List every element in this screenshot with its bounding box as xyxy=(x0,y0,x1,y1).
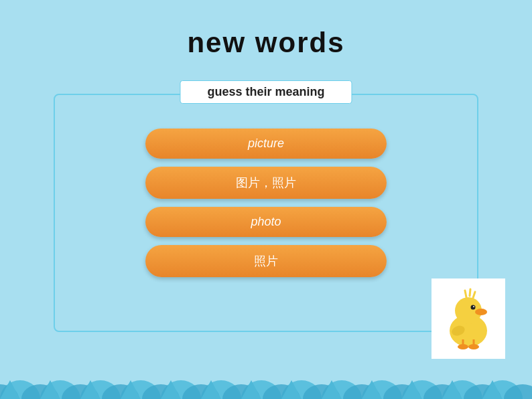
svg-point-46 xyxy=(458,344,468,349)
word-button-photo[interactable]: photo xyxy=(145,207,387,237)
svg-point-47 xyxy=(468,344,479,349)
word-button-photo-zh[interactable]: 照片 xyxy=(145,245,387,277)
guess-label: guess their meaning xyxy=(180,80,352,104)
duck-mascot xyxy=(431,278,505,359)
svg-point-42 xyxy=(475,309,487,315)
svg-point-43 xyxy=(471,305,476,310)
svg-line-52 xyxy=(473,292,475,298)
word-button-picture[interactable]: picture xyxy=(145,129,387,159)
svg-point-44 xyxy=(473,306,474,307)
card-container: guess their meaning picture 图片，照片 photo … xyxy=(54,94,478,332)
page-title: new words xyxy=(0,0,532,59)
words-list: picture 图片，照片 photo 照片 xyxy=(55,129,477,277)
svg-line-50 xyxy=(465,291,466,297)
word-button-picture-zh[interactable]: 图片，照片 xyxy=(145,167,387,199)
svg-line-51 xyxy=(470,289,470,296)
